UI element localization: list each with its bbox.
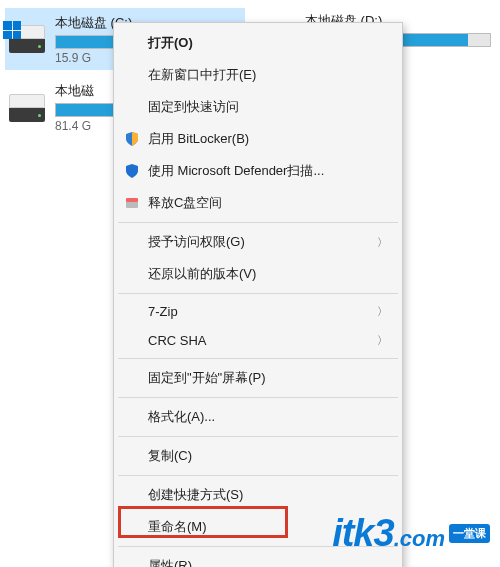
separator [118,293,398,294]
menu-open-new-window[interactable]: 在新窗口中打开(E) [116,59,400,91]
menu-label: 启用 BitLocker(B) [148,130,249,148]
separator [118,475,398,476]
menu-label: 打开(O) [148,34,193,52]
menu-label: 7-Zip [148,304,178,319]
menu-label: 在新窗口中打开(E) [148,66,256,84]
watermark-suffix: .com [394,526,445,552]
svg-rect-1 [126,198,138,202]
svg-rect-0 [126,201,138,208]
chevron-right-icon: 〉 [377,333,388,348]
context-menu: 打开(O) 在新窗口中打开(E) 固定到快速访问 启用 BitLocker(B)… [113,22,403,567]
menu-bitlocker[interactable]: 启用 BitLocker(B) [116,123,400,155]
menu-pin-quick-access[interactable]: 固定到快速访问 [116,91,400,123]
menu-pin-start[interactable]: 固定到"开始"屏幕(P) [116,362,400,394]
menu-label: 重命名(M) [148,518,207,536]
menu-7zip[interactable]: 7-Zip〉 [116,297,400,326]
menu-label: 固定到快速访问 [148,98,239,116]
menu-label: 授予访问权限(G) [148,233,245,251]
menu-label: 使用 Microsoft Defender扫描... [148,162,324,180]
drive-icon [9,25,45,53]
menu-crc-sha[interactable]: CRC SHA〉 [116,326,400,355]
separator [118,397,398,398]
menu-grant-access[interactable]: 授予访问权限(G)〉 [116,226,400,258]
watermark-tag: 一堂课 [449,524,490,543]
menu-defender-scan[interactable]: 使用 Microsoft Defender扫描... [116,155,400,187]
menu-label: 格式化(A)... [148,408,215,426]
menu-label: 复制(C) [148,447,192,465]
separator [118,358,398,359]
menu-create-shortcut[interactable]: 创建快捷方式(S) [116,479,400,511]
menu-format[interactable]: 格式化(A)... [116,401,400,433]
watermark: itk3 .com 一堂课 [332,512,490,555]
separator [118,436,398,437]
menu-label: 属性(R) [148,557,192,567]
menu-label: 创建快捷方式(S) [148,486,243,504]
shield-icon [124,131,140,147]
chevron-right-icon: 〉 [377,235,388,250]
menu-restore-previous[interactable]: 还原以前的版本(V) [116,258,400,290]
shield-icon [124,163,140,179]
watermark-main: itk3 [332,512,393,555]
menu-label: 释放C盘空间 [148,194,222,212]
menu-label: CRC SHA [148,333,207,348]
drive-icon [9,94,45,122]
menu-copy[interactable]: 复制(C) [116,440,400,472]
disk-clean-icon [124,195,140,211]
menu-open[interactable]: 打开(O) [116,27,400,59]
menu-free-c-space[interactable]: 释放C盘空间 [116,187,400,219]
menu-label: 固定到"开始"屏幕(P) [148,369,266,387]
chevron-right-icon: 〉 [377,304,388,319]
separator [118,222,398,223]
menu-label: 还原以前的版本(V) [148,265,256,283]
